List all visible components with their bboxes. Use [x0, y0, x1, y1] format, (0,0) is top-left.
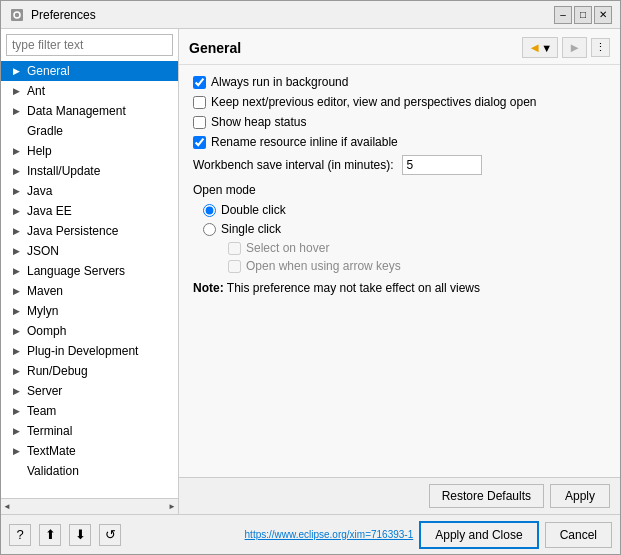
rename-inline-text: Rename resource inline if available: [211, 135, 398, 149]
tree-arrow-language-servers: ▶: [13, 266, 23, 276]
minimize-button[interactable]: –: [554, 6, 572, 24]
tree-item-team[interactable]: ▶Team: [1, 401, 178, 421]
tree-item-gradle[interactable]: Gradle: [1, 121, 178, 141]
tree-arrow-java-persistence: ▶: [13, 226, 23, 236]
tree-label-json: JSON: [27, 244, 59, 258]
keep-next-prev-checkbox[interactable]: [193, 96, 206, 109]
interval-row: Workbench save interval (in minutes):: [193, 155, 606, 175]
rename-inline-checkbox[interactable]: [193, 136, 206, 149]
tree-label-java-ee: Java EE: [27, 204, 72, 218]
import-button[interactable]: ⬇: [69, 524, 91, 546]
tree-arrow-install-update: ▶: [13, 166, 23, 176]
import-icon: ⬇: [75, 527, 86, 542]
tree-item-general[interactable]: ▶General: [1, 61, 178, 81]
tree-label-plug-in-development: Plug-in Development: [27, 344, 138, 358]
restore-defaults-button[interactable]: Restore Defaults: [429, 484, 544, 508]
tree-label-validation: Validation: [27, 464, 79, 478]
tree-item-run-debug[interactable]: ▶Run/Debug: [1, 361, 178, 381]
filter-input[interactable]: [6, 34, 173, 56]
footer-icons: ? ⬆ ⬇ ↺: [9, 524, 121, 546]
tree-arrow-terminal: ▶: [13, 426, 23, 436]
maximize-button[interactable]: □: [574, 6, 592, 24]
footer-url[interactable]: https://www.eclipse.org/xim=716393-1: [245, 529, 414, 540]
export-icon: ⬆: [45, 527, 56, 542]
keep-next-prev-label[interactable]: Keep next/previous editor, view and pers…: [193, 95, 537, 109]
more-button[interactable]: ⋮: [591, 38, 610, 57]
tree-item-mylyn[interactable]: ▶Mylyn: [1, 301, 178, 321]
tree-arrow-maven: ▶: [13, 286, 23, 296]
open-mode-label: Open mode: [193, 183, 606, 197]
tree-arrow-ant: ▶: [13, 86, 23, 96]
tree-item-java-ee[interactable]: ▶Java EE: [1, 201, 178, 221]
title-bar: Preferences – □ ✕: [1, 1, 620, 29]
tree-item-help[interactable]: ▶Help: [1, 141, 178, 161]
apply-close-button[interactable]: Apply and Close: [419, 521, 538, 549]
help-button[interactable]: ?: [9, 524, 31, 546]
horizontal-scrollbar[interactable]: ◄ ►: [1, 498, 178, 514]
show-heap-checkbox[interactable]: [193, 116, 206, 129]
close-button[interactable]: ✕: [594, 6, 612, 24]
tree-item-java[interactable]: ▶Java: [1, 181, 178, 201]
double-click-label[interactable]: Double click: [203, 203, 286, 217]
tree-item-json[interactable]: ▶JSON: [1, 241, 178, 261]
single-click-label[interactable]: Single click: [203, 222, 281, 236]
tree-item-textmate[interactable]: ▶TextMate: [1, 441, 178, 461]
double-click-radio[interactable]: [203, 204, 216, 217]
note-label: Note:: [193, 281, 224, 295]
forward-button[interactable]: ►: [562, 37, 587, 58]
tree-label-terminal: Terminal: [27, 424, 72, 438]
double-click-row: Double click: [203, 203, 606, 217]
tree-label-help: Help: [27, 144, 52, 158]
tree-item-validation[interactable]: Validation: [1, 461, 178, 481]
tree-item-oomph[interactable]: ▶Oomph: [1, 321, 178, 341]
tree-item-maven[interactable]: ▶Maven: [1, 281, 178, 301]
tree-arrow-general: ▶: [13, 66, 23, 76]
tree-label-java: Java: [27, 184, 52, 198]
always-run-bg-row: Always run in background: [193, 75, 606, 89]
apply-button[interactable]: Apply: [550, 484, 610, 508]
tree-arrow-plug-in-development: ▶: [13, 346, 23, 356]
tree-item-terminal[interactable]: ▶Terminal: [1, 421, 178, 441]
select-hover-text: Select on hover: [246, 241, 329, 255]
single-click-text: Single click: [221, 222, 281, 236]
tree-label-install-update: Install/Update: [27, 164, 100, 178]
export-button[interactable]: ⬆: [39, 524, 61, 546]
window-controls: – □ ✕: [554, 6, 612, 24]
tree-arrow-json: ▶: [13, 246, 23, 256]
tree-label-general: General: [27, 64, 70, 78]
tree-item-server[interactable]: ▶Server: [1, 381, 178, 401]
tree-label-server: Server: [27, 384, 62, 398]
tree-arrow-help: ▶: [13, 146, 23, 156]
tree-item-language-servers[interactable]: ▶Language Servers: [1, 261, 178, 281]
show-heap-text: Show heap status: [211, 115, 306, 129]
always-run-bg-label[interactable]: Always run in background: [193, 75, 348, 89]
tree-label-java-persistence: Java Persistence: [27, 224, 118, 238]
right-body: Always run in background Keep next/previ…: [179, 65, 620, 477]
tree-item-plug-in-development[interactable]: ▶Plug-in Development: [1, 341, 178, 361]
tree-arrow-textmate: ▶: [13, 446, 23, 456]
tree-label-mylyn: Mylyn: [27, 304, 58, 318]
interval-input[interactable]: [402, 155, 482, 175]
tree-item-install-update[interactable]: ▶Install/Update: [1, 161, 178, 181]
tree-item-java-persistence[interactable]: ▶Java Persistence: [1, 221, 178, 241]
always-run-bg-checkbox[interactable]: [193, 76, 206, 89]
tree-item-ant[interactable]: ▶Ant: [1, 81, 178, 101]
scroll-left-arrow[interactable]: ◄: [3, 502, 11, 511]
tree-label-gradle: Gradle: [27, 124, 63, 138]
right-panel-title: General: [189, 40, 241, 56]
scroll-right-arrow[interactable]: ►: [168, 502, 176, 511]
window-title: Preferences: [31, 8, 96, 22]
tree-item-data-management[interactable]: ▶Data Management: [1, 101, 178, 121]
single-click-radio[interactable]: [203, 223, 216, 236]
left-panel: ▶General▶Ant▶Data ManagementGradle▶Help▶…: [1, 29, 179, 514]
tree-label-run-debug: Run/Debug: [27, 364, 88, 378]
cancel-button[interactable]: Cancel: [545, 522, 612, 548]
tree-arrow-data-management: ▶: [13, 106, 23, 116]
single-click-row: Single click: [203, 222, 606, 236]
show-heap-label[interactable]: Show heap status: [193, 115, 306, 129]
back-button[interactable]: ◄ ▼: [522, 37, 558, 58]
tree-arrow-java: ▶: [13, 186, 23, 196]
undo-button[interactable]: ↺: [99, 524, 121, 546]
rename-inline-label[interactable]: Rename resource inline if available: [193, 135, 398, 149]
open-arrow-keys-text: Open when using arrow keys: [246, 259, 401, 273]
